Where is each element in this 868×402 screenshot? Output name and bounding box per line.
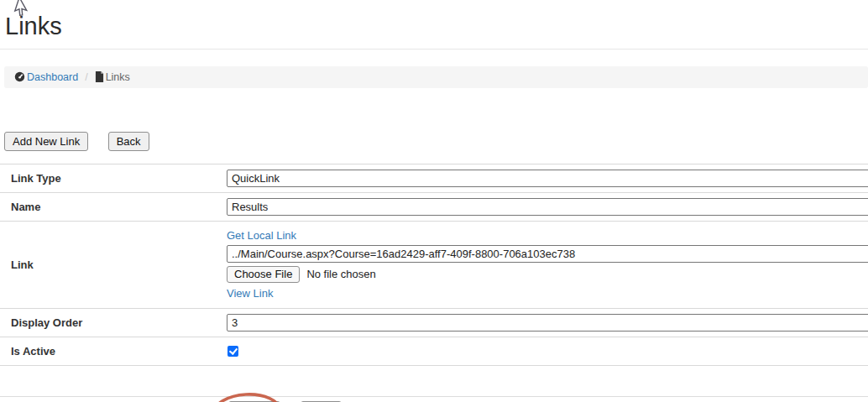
- link-label: Link: [0, 221, 227, 308]
- breadcrumb-links-label: Links: [106, 71, 130, 83]
- link-type-input[interactable]: [227, 170, 868, 187]
- back-button-top[interactable]: Back: [108, 132, 149, 151]
- name-input[interactable]: [227, 198, 868, 216]
- title-divider: [0, 49, 868, 50]
- breadcrumb: Dashboard / Links: [4, 66, 868, 88]
- get-local-link[interactable]: Get Local Link: [227, 229, 296, 242]
- footer-divider: [0, 396, 868, 397]
- is-active-label: Is Active: [0, 337, 227, 365]
- name-label: Name: [0, 192, 227, 221]
- link-type-label: Link Type: [0, 164, 227, 192]
- choose-file-button[interactable]: Choose File: [227, 266, 300, 283]
- toolbar: Add New Link Back: [4, 132, 868, 151]
- breadcrumb-dashboard-link[interactable]: Dashboard: [14, 71, 78, 83]
- link-type-row: Link Type: [0, 164, 868, 192]
- page-title: Links: [5, 13, 868, 40]
- dashboard-icon: [14, 71, 25, 82]
- is-active-checkbox[interactable]: [227, 346, 238, 357]
- file-icon: [95, 71, 104, 82]
- add-new-link-button[interactable]: Add New Link: [4, 132, 88, 151]
- view-link[interactable]: View Link: [227, 287, 273, 300]
- display-order-label: Display Order: [0, 308, 227, 337]
- breadcrumb-separator: /: [82, 71, 90, 83]
- display-order-input[interactable]: [227, 314, 868, 332]
- breadcrumb-current: Links: [95, 71, 130, 83]
- file-upload-row: Choose File No file chosen: [227, 266, 868, 283]
- is-active-row: Is Active: [0, 337, 868, 365]
- link-edit-form: Link Type Name Link Get Local Link Choos…: [0, 164, 868, 366]
- name-row: Name: [0, 192, 868, 221]
- file-status-text: No file chosen: [306, 268, 375, 280]
- link-row: Link Get Local Link Choose File No file …: [0, 221, 868, 308]
- display-order-row: Display Order: [0, 308, 868, 337]
- link-url-input[interactable]: [227, 245, 868, 263]
- breadcrumb-dashboard-label: Dashboard: [27, 71, 78, 83]
- mouse-cursor-icon: [13, 0, 31, 18]
